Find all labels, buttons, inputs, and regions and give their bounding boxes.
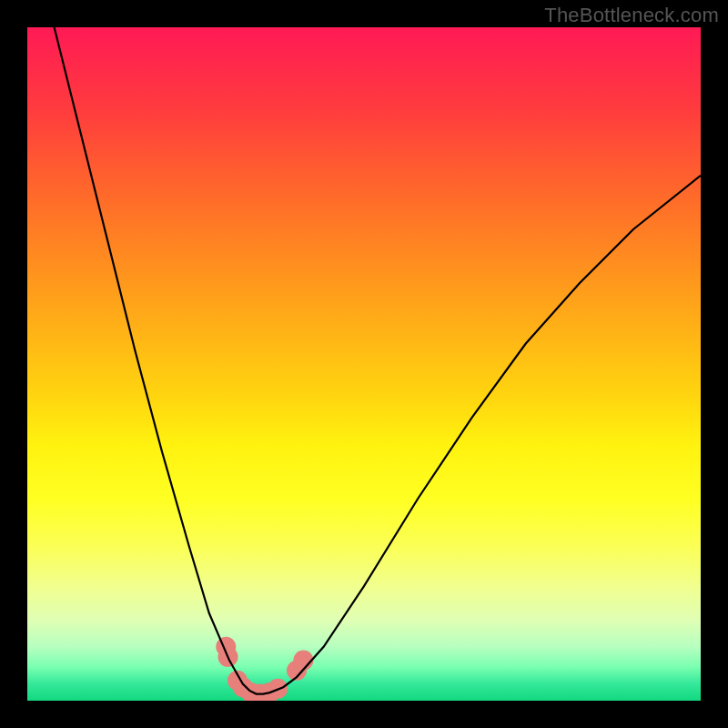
chart-svg <box>27 27 701 701</box>
chart-frame: TheBottleneck.com <box>0 0 728 728</box>
watermark-text: TheBottleneck.com <box>544 4 719 27</box>
plot-area <box>27 27 701 701</box>
bottleneck-curve <box>55 27 701 694</box>
marker-layer <box>216 637 313 701</box>
